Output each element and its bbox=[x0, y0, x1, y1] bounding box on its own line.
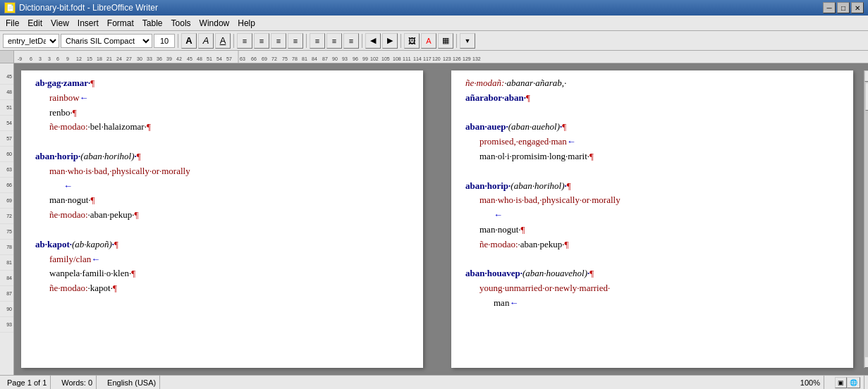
main-area: 45 48 51 54 57 60 63 66 69 72 75 78 81 8… bbox=[0, 63, 868, 375]
window-controls[interactable]: ─ □ ✕ bbox=[823, 2, 864, 13]
svg-text:126: 126 bbox=[453, 56, 461, 61]
ruler-mark-66: 66 bbox=[0, 178, 13, 193]
status-view-buttons[interactable]: ▣ 🌐 bbox=[831, 376, 864, 389]
para-mark-2: ¶ bbox=[73, 107, 77, 118]
svg-text:108: 108 bbox=[393, 56, 401, 61]
view-web-button[interactable]: 🌐 bbox=[847, 377, 860, 388]
scroll-thumb[interactable] bbox=[865, 82, 868, 111]
svg-text:66: 66 bbox=[251, 56, 257, 61]
svg-text:132: 132 bbox=[472, 56, 481, 61]
font-underline-button[interactable]: A bbox=[215, 33, 231, 49]
menu-insert[interactable]: Insert bbox=[73, 17, 103, 30]
def-ñemodao-aban-pekup-2: ñe·modao:·aban·pekup· bbox=[465, 237, 565, 252]
def-man-nogut-2: man·nogut· bbox=[465, 223, 521, 237]
left-page[interactable]: ab·gag·zamar·¶ rainbow← renbo·¶ ñe·modao… bbox=[21, 70, 423, 368]
more-button[interactable]: ▼ bbox=[460, 33, 475, 49]
title-bar: 📄 Dictionary-bit.fodt - LibreOffice Writ… bbox=[0, 0, 868, 16]
view-normal-button[interactable]: ▣ bbox=[835, 377, 847, 388]
menu-format[interactable]: Format bbox=[103, 17, 138, 30]
svg-text:78: 78 bbox=[292, 56, 298, 61]
align-center-button[interactable]: ≡ bbox=[254, 33, 269, 49]
page-info-text: Page 1 of 1 bbox=[7, 378, 47, 387]
minimize-button[interactable]: ─ bbox=[823, 2, 836, 13]
svg-text:63: 63 bbox=[240, 56, 245, 61]
para-mark-r1: ¶ bbox=[526, 92, 530, 103]
svg-text:27: 27 bbox=[126, 56, 132, 61]
ruler-corner bbox=[0, 51, 14, 63]
font-italic-button[interactable]: A bbox=[198, 33, 214, 49]
def-promised: promised,·engaged·man bbox=[465, 135, 567, 149]
svg-text:48: 48 bbox=[197, 56, 202, 61]
svg-text:42: 42 bbox=[176, 56, 182, 61]
scroll-up-button[interactable]: ▲ bbox=[864, 70, 868, 82]
next-page-button[interactable]: ▶ bbox=[382, 33, 398, 49]
close-button[interactable]: ✕ bbox=[851, 2, 864, 13]
pages-area[interactable]: ab·gag·zamar·¶ rainbow← renbo·¶ ñe·modao… bbox=[14, 63, 868, 375]
align-left-button[interactable]: ≡ bbox=[237, 33, 252, 49]
svg-text:24: 24 bbox=[116, 56, 122, 61]
menu-table[interactable]: Table bbox=[138, 17, 167, 30]
insert-image-button[interactable]: 🖼 bbox=[404, 33, 420, 49]
svg-text:120: 120 bbox=[432, 56, 441, 61]
font-selector[interactable]: Charis SIL Compact bbox=[61, 34, 152, 48]
highlight-button[interactable]: ▦ bbox=[438, 33, 453, 49]
svg-text:36: 36 bbox=[157, 56, 162, 61]
svg-text:6: 6 bbox=[30, 56, 32, 61]
ruler-mark-81: 81 bbox=[0, 255, 13, 271]
svg-text:3: 3 bbox=[39, 56, 42, 61]
prefix-ñemodañ: ñe·modañ: bbox=[465, 78, 504, 88]
menu-window[interactable]: Window bbox=[195, 17, 234, 30]
font-bold-button[interactable]: A bbox=[181, 33, 197, 49]
entry-italic-r1: (aban·auehol) bbox=[508, 121, 560, 132]
zoom-level: 100% bbox=[800, 378, 820, 387]
svg-text:93: 93 bbox=[342, 56, 348, 61]
def-wanpela: wanpela·famili·o·klen· bbox=[35, 266, 131, 281]
svg-text:30: 30 bbox=[137, 56, 142, 61]
align-justify-button[interactable]: ≡ bbox=[288, 33, 303, 49]
indent-decrease-button[interactable]: ≡ bbox=[343, 33, 359, 49]
def-ñemodao-kapot: ñe·modao:·kapot· bbox=[35, 281, 113, 296]
vertical-scrollbar[interactable]: ▲ ▼ bbox=[864, 70, 868, 368]
svg-text:96: 96 bbox=[353, 56, 358, 61]
style-selector[interactable]: entry_letData_dicBody bbox=[3, 34, 59, 48]
svg-text:39: 39 bbox=[166, 56, 172, 61]
svg-text:111: 111 bbox=[403, 56, 411, 61]
para-mark-r4: ¶ bbox=[567, 180, 571, 191]
font-color-button[interactable]: A bbox=[421, 33, 436, 49]
svg-text:69: 69 bbox=[262, 56, 267, 61]
status-bar: Page 1 of 1 Words: 0 English (USA) 100% … bbox=[0, 375, 868, 389]
ruler-container: -9 6 3 3 6 9 12 15 18 21 24 27 30 33 36 … bbox=[0, 51, 868, 63]
ruler-mark-57: 57 bbox=[0, 131, 13, 147]
maximize-button[interactable]: □ bbox=[837, 2, 850, 13]
list-ordered-button[interactable]: ≡ bbox=[326, 33, 342, 49]
ruler-mark-90: 90 bbox=[0, 302, 13, 317]
list-unordered-button[interactable]: ≡ bbox=[310, 33, 325, 49]
menu-tools[interactable]: Tools bbox=[167, 17, 195, 30]
scroll-track[interactable] bbox=[864, 82, 868, 357]
menu-help[interactable]: Help bbox=[233, 17, 259, 30]
para-mark-9: ¶ bbox=[113, 283, 117, 293]
svg-text:57: 57 bbox=[226, 56, 232, 61]
svg-text:81: 81 bbox=[302, 56, 307, 61]
window-title: Dictionary-bit.fodt - LibreOffice Writer bbox=[19, 3, 158, 13]
scroll-down-button[interactable]: ▼ bbox=[864, 357, 868, 368]
def-rainbow: rainbow bbox=[35, 91, 80, 106]
align-right-button[interactable]: ≡ bbox=[271, 33, 286, 49]
svg-text:105: 105 bbox=[381, 56, 390, 61]
right-page[interactable]: ñe·modañ:·abanar·añarab,· añarabor·aban·… bbox=[451, 70, 853, 368]
menu-file[interactable]: File bbox=[1, 17, 23, 30]
ruler-mark-75: 75 bbox=[0, 224, 13, 240]
prev-page-button[interactable]: ◀ bbox=[365, 33, 381, 49]
menu-view[interactable]: View bbox=[47, 17, 73, 30]
font-size-input[interactable] bbox=[154, 34, 175, 48]
svg-text:117: 117 bbox=[423, 56, 432, 61]
svg-text:90: 90 bbox=[332, 56, 338, 61]
menu-edit[interactable]: Edit bbox=[23, 17, 47, 30]
ruler-mark-54: 54 bbox=[0, 116, 13, 131]
entry-continuation: ñe·modañ:·abanar·añarab,· añarabor·aban·… bbox=[465, 76, 839, 106]
entry-aban-houavep: aban·houavep·(aban·houavehol)·¶ young·un… bbox=[465, 266, 839, 310]
svg-text:87: 87 bbox=[322, 56, 328, 61]
ret-r2: ← bbox=[465, 208, 503, 223]
svg-text:3: 3 bbox=[48, 56, 51, 61]
para-mark-6: ¶ bbox=[135, 209, 139, 220]
